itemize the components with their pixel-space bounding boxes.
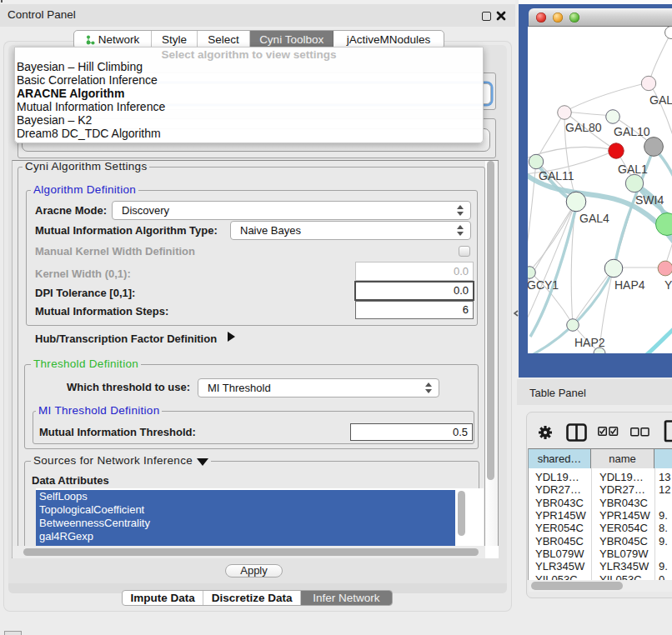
svg-text:HAP4: HAP4: [614, 278, 645, 292]
svg-text:GAL4: GAL4: [579, 212, 609, 225]
svg-text:GAL10: GAL10: [614, 125, 650, 138]
svg-text:HAP2: HAP2: [574, 336, 605, 349]
svg-text:GAL80: GAL80: [565, 121, 602, 134]
svg-text:GCY1: GCY1: [528, 278, 559, 292]
svg-text:SWI4: SWI4: [635, 193, 664, 207]
svg-text:GAL1: GAL1: [618, 162, 648, 176]
svg-text:GAL11: GAL11: [539, 169, 574, 182]
svg-text:GAL7: GAL7: [649, 93, 672, 107]
svg-text:Y: Y: [664, 278, 672, 292]
